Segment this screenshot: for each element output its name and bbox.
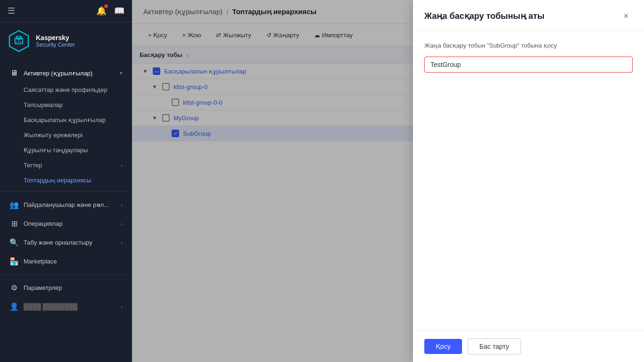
- assets-chevron: ▾: [120, 70, 123, 76]
- modal-title: Жаңа басқару тобының аты: [424, 11, 545, 21]
- sidebar-item-move-rules[interactable]: Жылжыту ережелері: [2, 128, 130, 142]
- logo-text: Kaspersky Security Center: [36, 34, 75, 48]
- sidebar-item-user-profile[interactable]: 👤 ████ ████████ ›: [2, 297, 130, 316]
- sidebar-item-users[interactable]: 👥 Пайдаланушылар және рөл... ›: [2, 196, 130, 214]
- sidebar-header: ☰ 🔔 📖: [0, 0, 132, 22]
- operations-chevron: ›: [121, 221, 123, 227]
- sidebar-item-settings[interactable]: ⚙ Параметрлер: [2, 279, 130, 297]
- modal-footer: Қосу Бас тарту: [413, 330, 644, 362]
- settings-icon: ⚙: [9, 283, 19, 292]
- tasks-label: Тапсырмалар: [24, 101, 63, 108]
- modal-subtitle: Жаңа басқару тобын "SubGroup" тобына қос…: [424, 42, 633, 49]
- notification-icon[interactable]: 🔔: [96, 6, 107, 16]
- add-group-button[interactable]: Қосу: [424, 339, 462, 354]
- modal-close-button[interactable]: ×: [619, 9, 633, 23]
- user-chevron: ›: [121, 304, 123, 310]
- book-icon[interactable]: 📖: [114, 6, 124, 16]
- marketplace-icon: 🏪: [9, 257, 19, 266]
- group-hierarchy-label: Топтардың иерархиясы: [24, 177, 91, 184]
- sidebar-item-tags[interactable]: Тегтер ›: [2, 158, 130, 173]
- tags-chevron: ›: [121, 163, 123, 168]
- sidebar-item-assets[interactable]: 🖥 Активтер (құрылғылар) ▾: [2, 64, 130, 82]
- user-label: ████ ████████: [24, 303, 116, 310]
- find-label: Табу және орналастыру: [24, 239, 116, 246]
- sidebar-item-device-selections[interactable]: Құрылғы таңдаулары: [2, 143, 130, 157]
- sidebar-nav: 🖥 Активтер (құрылғылар) ▾ Саясаттар және…: [0, 60, 132, 362]
- nav-divider-1: [0, 191, 132, 192]
- logo-section: Kaspersky Security Center: [0, 22, 132, 60]
- assets-icon: 🖥: [9, 69, 19, 77]
- sidebar-item-policies[interactable]: Саясаттар және профильдер: [2, 82, 130, 97]
- logo-name: Kaspersky: [36, 34, 75, 41]
- sidebar-item-find[interactable]: 🔍 Табу және орналастыру ›: [2, 233, 130, 252]
- sidebar-item-marketplace[interactable]: 🏪 Marketplace: [2, 252, 130, 271]
- sidebar: ☰ 🔔 📖 Kaspersky Security Center 🖥: [0, 0, 132, 362]
- device-selections-label: Құрылғы таңдаулары: [24, 147, 88, 154]
- operations-label: Операциялар: [24, 220, 116, 227]
- nav-divider-2: [0, 274, 132, 275]
- sidebar-item-managed-devices[interactable]: Басқарылатын құрылғылар: [2, 113, 130, 127]
- group-name-input[interactable]: [424, 57, 633, 73]
- logo-sub: Security Center: [36, 41, 75, 48]
- sidebar-item-tasks[interactable]: Тапсырмалар: [2, 98, 130, 112]
- modal-panel: Жаңа басқару тобының аты × Жаңа басқару …: [413, 0, 644, 362]
- modal-body: Жаңа басқару тобын "SubGroup" тобына қос…: [413, 31, 644, 330]
- notification-dot: [104, 4, 108, 8]
- assets-label: Активтер (құрылғылар): [24, 70, 115, 77]
- operations-icon: ⊞: [9, 219, 19, 228]
- settings-label: Параметрлер: [24, 284, 123, 291]
- marketplace-label: Marketplace: [24, 258, 123, 265]
- main-content: Активтер (құрылғылар) / Топтардың иерарх…: [132, 0, 644, 362]
- modal-overlay: Жаңа басқару тобының аты × Жаңа басқару …: [132, 0, 644, 362]
- hamburger-icon[interactable]: ☰: [8, 6, 15, 16]
- kaspersky-logo: [8, 30, 30, 52]
- users-label: Пайдаланушылар және рөл...: [24, 201, 116, 208]
- users-chevron: ›: [121, 202, 123, 208]
- policies-label: Саясаттар және профильдер: [24, 86, 107, 93]
- find-icon: 🔍: [9, 238, 19, 247]
- modal-header: Жаңа басқару тобының аты ×: [413, 0, 644, 31]
- header-icons: 🔔 📖: [96, 6, 124, 16]
- sidebar-item-group-hierarchy[interactable]: Топтардың иерархиясы: [2, 173, 130, 188]
- cancel-button[interactable]: Бас тарту: [468, 338, 521, 354]
- user-profile-icon: 👤: [9, 302, 19, 311]
- move-rules-label: Жылжыту ережелері: [24, 132, 83, 139]
- find-chevron: ›: [121, 240, 123, 246]
- tags-label: Тегтер: [24, 162, 42, 169]
- sidebar-item-operations[interactable]: ⊞ Операциялар ›: [2, 214, 130, 233]
- users-icon: 👥: [9, 200, 19, 209]
- managed-devices-label: Басқарылатын құрылғылар: [24, 116, 106, 123]
